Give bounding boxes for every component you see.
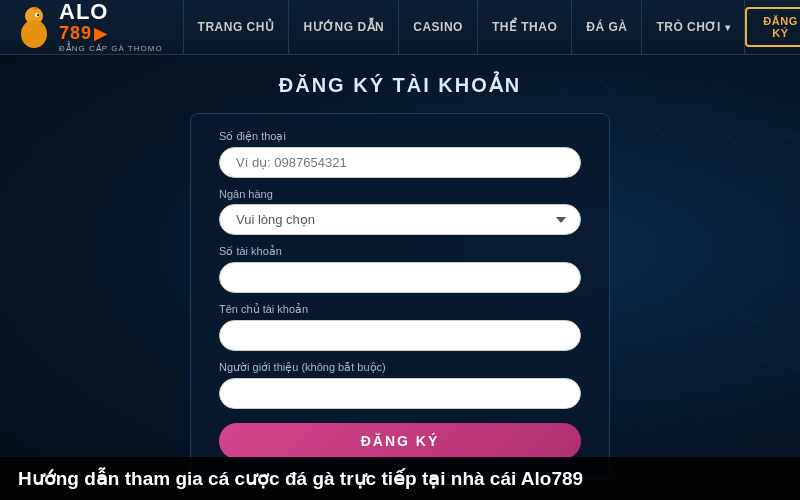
submit-button[interactable]: ĐĂNG KÝ [219, 423, 581, 459]
main-nav: TRANG CHỦ HƯỚNG DẪN CASINO THỂ THAO ĐÁ G… [183, 0, 746, 55]
page-title: ĐĂNG KÝ TÀI KHOẢN [279, 73, 521, 97]
chevron-down-icon: ▾ [725, 22, 731, 33]
register-button[interactable]: ĐĂNG KÝ [745, 7, 800, 47]
logo-number: 789 [59, 23, 92, 44]
nav-item-casino[interactable]: CASINO [399, 0, 478, 55]
registration-form: Số điện thoại Ngân hàng Vui lòng chọn Số… [190, 113, 610, 480]
logo-text-group: ALO 789 ▶ ĐẲNG CẤP GÀ THOMO [59, 1, 163, 53]
phone-input[interactable] [219, 147, 581, 178]
logo-arrow: ▶ [94, 24, 106, 43]
nav-item-games[interactable]: TRÒ CHƠI ▾ [642, 0, 745, 55]
nav-item-sports[interactable]: THỂ THAO [478, 0, 572, 55]
referrer-input[interactable] [219, 378, 581, 409]
nav-item-cockfight[interactable]: ĐÁ GÀ [572, 0, 642, 55]
logo-tagline: ĐẲNG CẤP GÀ THOMO [59, 44, 163, 53]
logo-alo: ALO [59, 1, 108, 23]
referrer-group: Người giới thiệu (không bắt buộc) [219, 361, 581, 409]
referrer-label: Người giới thiệu (không bắt buộc) [219, 361, 581, 374]
header-buttons: ĐĂNG KÝ ĐĂNG NHẬP [745, 7, 800, 47]
account-name-label: Tên chủ tài khoản [219, 303, 581, 316]
logo-chicken-icon [15, 6, 53, 48]
account-input[interactable] [219, 262, 581, 293]
nav-item-guide[interactable]: HƯỚNG DẪN [289, 0, 399, 55]
bank-select[interactable]: Vui lòng chọn [219, 204, 581, 235]
account-name-input[interactable] [219, 320, 581, 351]
logo-area: ALO 789 ▶ ĐẲNG CẤP GÀ THOMO [15, 1, 163, 53]
phone-label: Số điện thoại [219, 130, 581, 143]
bottom-banner: Hướng dẫn tham gia cá cược đá gà trực ti… [0, 457, 800, 500]
svg-point-10 [37, 14, 39, 16]
main-content: ĐĂNG KÝ TÀI KHOẢN Số điện thoại Ngân hàn… [0, 55, 800, 480]
header: ALO 789 ▶ ĐẲNG CẤP GÀ THOMO TRANG CHỦ HƯ… [0, 0, 800, 55]
svg-point-8 [21, 20, 47, 48]
account-label: Số tài khoản [219, 245, 581, 258]
banner-text: Hướng dẫn tham gia cá cược đá gà trực ti… [18, 468, 583, 489]
nav-item-home[interactable]: TRANG CHỦ [183, 0, 290, 55]
bank-label: Ngân hàng [219, 188, 581, 200]
account-name-group: Tên chủ tài khoản [219, 303, 581, 351]
bank-group: Ngân hàng Vui lòng chọn [219, 188, 581, 235]
account-group: Số tài khoản [219, 245, 581, 293]
phone-group: Số điện thoại [219, 130, 581, 178]
